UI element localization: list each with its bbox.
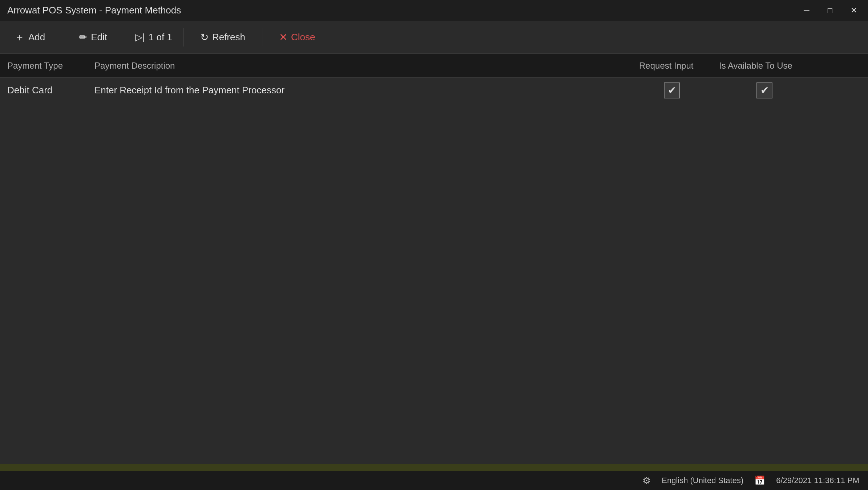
is-available-checkbox[interactable]: ✔ (756, 82, 772, 98)
cell-request-input[interactable]: ✔ (632, 82, 712, 98)
refresh-icon: ↻ (200, 31, 209, 43)
titlebar: Arrowat POS System - Payment Methods ─ □… (0, 0, 868, 21)
maximize-button[interactable]: □ (824, 4, 836, 17)
language-icon: ⚙ (642, 475, 651, 486)
cell-payment-description: Enter Receipt Id from the Payment Proces… (87, 85, 632, 96)
close-label: Close (291, 32, 315, 43)
titlebar-close-button[interactable]: ✕ (847, 4, 861, 17)
col-header-payment-type: Payment Type (0, 61, 87, 71)
refresh-button[interactable]: ↻ Refresh (194, 28, 251, 47)
nav-counter: ▷| 1 of 1 (135, 32, 172, 43)
col-header-payment-description: Payment Description (87, 61, 632, 71)
request-input-checkbox[interactable]: ✔ (664, 82, 680, 98)
add-label: Add (28, 32, 45, 43)
add-icon: ＋ (15, 31, 25, 44)
cell-is-available[interactable]: ✔ (712, 82, 817, 98)
language-label: English (United States) (662, 476, 743, 485)
titlebar-controls: ─ □ ✕ (800, 4, 861, 17)
col-header-request-input: Request Input (632, 61, 712, 71)
toolbar-divider-4 (262, 28, 262, 46)
toolbar: ＋ Add ✏ Edit ▷| 1 of 1 ↻ Refresh ✕ Close (0, 21, 868, 54)
titlebar-title: Arrowat POS System - Payment Methods (7, 5, 181, 16)
edit-label: Edit (91, 32, 107, 43)
refresh-label: Refresh (212, 32, 245, 43)
table-row[interactable]: Debit Card Enter Receipt Id from the Pay… (0, 78, 868, 103)
close-icon: ✕ (279, 31, 287, 43)
edit-icon: ✏ (79, 31, 87, 43)
nav-counter-value: 1 of 1 (149, 32, 172, 43)
system-tray: ⚙ English (United States) 📅 6/29/2021 11… (0, 471, 868, 490)
add-button[interactable]: ＋ Add (9, 27, 51, 48)
data-table: Payment Type Payment Description Request… (0, 54, 868, 103)
close-button[interactable]: ✕ Close (273, 28, 321, 47)
minimize-button[interactable]: ─ (800, 4, 813, 17)
edit-button[interactable]: ✏ Edit (73, 28, 113, 47)
toolbar-divider-2 (124, 28, 124, 46)
toolbar-divider-3 (183, 28, 183, 46)
col-header-is-available: Is Available To Use (712, 61, 817, 71)
toolbar-divider-1 (62, 28, 62, 46)
cell-payment-type: Debit Card (0, 85, 87, 96)
calendar-icon: 📅 (754, 475, 765, 486)
nav-icon: ▷| (135, 32, 145, 43)
datetime-label: 6/29/2021 11:36:11 PM (776, 476, 859, 485)
table-header: Payment Type Payment Description Request… (0, 54, 868, 78)
